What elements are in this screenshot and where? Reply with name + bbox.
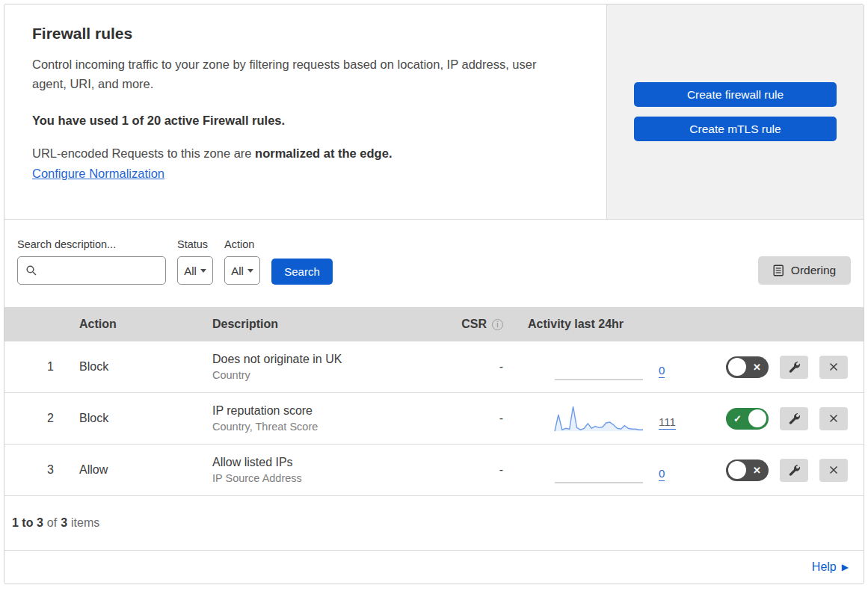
rule-description: Does not originate in UK [212, 353, 449, 366]
help-link[interactable]: Help ▶ [812, 560, 849, 574]
rule-row: 1 Block Does not originate in UK Country… [4, 341, 864, 393]
rule-csr-value: - [449, 463, 509, 477]
status-filter-dropdown[interactable]: All [177, 256, 213, 285]
wrench-icon [788, 361, 801, 374]
actions-panel: Create firewall rule Create mTLS rule [606, 4, 864, 219]
wrench-icon [788, 412, 801, 425]
delete-rule-button[interactable] [819, 407, 848, 430]
filter-bar: Search description... Status All Action … [4, 220, 864, 307]
rule-action: Block [72, 360, 212, 374]
rule-enabled-toggle[interactable]: ✕ [726, 460, 769, 481]
column-header-activity: Activity last 24hr [509, 318, 700, 331]
page-title: Firewall rules [32, 25, 569, 43]
edit-rule-button[interactable] [780, 407, 808, 430]
rule-csr-value: - [449, 412, 509, 425]
activity-count-link[interactable]: 0 [659, 364, 665, 378]
action-filter-dropdown[interactable]: All [224, 256, 260, 285]
column-header-description: Description [212, 318, 449, 331]
rule-priority: 2 [4, 412, 72, 425]
rule-enabled-toggle[interactable]: ✕ [726, 356, 769, 378]
wrench-icon [788, 464, 801, 477]
status-filter-value: All [184, 264, 197, 277]
status-filter-label: Status [177, 238, 213, 250]
close-icon [828, 361, 840, 373]
activity-sparkline [553, 456, 644, 484]
rule-match-fields: IP Source Address [212, 472, 449, 484]
toggle-state-icon: ✓ [733, 414, 742, 424]
items-range: 1 to 3 [12, 516, 43, 530]
delete-rule-button[interactable] [819, 356, 848, 379]
ordering-button-label: Ordering [791, 264, 836, 277]
rule-action: Allow [72, 463, 212, 477]
toggle-knob [728, 461, 746, 479]
rule-priority: 1 [4, 360, 72, 374]
search-input-box [17, 256, 166, 285]
rule-description: Allow listed IPs [212, 456, 449, 469]
search-label: Search description... [17, 238, 166, 250]
rules-table-header: Action Description CSR i Activity last 2… [4, 307, 864, 341]
rule-priority: 3 [4, 463, 72, 477]
rule-enabled-toggle[interactable]: ✓ [726, 408, 769, 430]
rule-action: Block [72, 412, 212, 425]
edit-rule-button[interactable] [780, 459, 808, 482]
normalization-note: URL-encoded Requests to this zone are no… [32, 146, 569, 161]
action-filter-value: All [231, 264, 244, 277]
csr-info-icon[interactable]: i [492, 319, 503, 330]
toggle-state-icon: ✕ [753, 362, 761, 372]
toggle-state-icon: ✕ [753, 465, 761, 475]
column-header-csr: CSR [461, 318, 487, 331]
chevron-down-icon [200, 269, 206, 273]
items-total: 3 [61, 516, 67, 530]
delete-rule-button[interactable] [819, 459, 848, 482]
chevron-down-icon [247, 269, 253, 273]
search-description-input[interactable] [43, 264, 158, 277]
activity-count-link[interactable]: 0 [659, 467, 665, 481]
toggle-knob [728, 358, 746, 376]
toggle-knob [748, 409, 766, 427]
activity-count-link[interactable]: 111 [659, 415, 676, 430]
rule-csr-value: - [449, 360, 509, 374]
help-footer: Help ▶ [4, 551, 864, 584]
activity-sparkline [553, 353, 644, 381]
page-description: Control incoming traffic to your zone by… [32, 55, 564, 93]
firewall-rules-card: Firewall rules Control incoming traffic … [4, 4, 864, 584]
rule-row: 3 Allow Allow listed IPs IP Source Addre… [4, 445, 864, 496]
ordering-button[interactable]: Ordering [758, 256, 851, 285]
close-icon [828, 464, 840, 476]
pagination-summary: 1 to 3 of 3 items [4, 496, 864, 551]
activity-sparkline [553, 404, 644, 433]
column-header-action: Action [72, 318, 212, 331]
header-section: Firewall rules Control incoming traffic … [4, 4, 864, 220]
rule-match-fields: Country [212, 369, 449, 381]
help-arrow-icon: ▶ [842, 562, 849, 572]
header-content: Firewall rules Control incoming traffic … [4, 4, 606, 219]
rule-match-fields: Country, Threat Score [212, 421, 449, 433]
configure-normalization-link[interactable]: Configure Normalization [32, 167, 164, 181]
rules-table-body: 1 Block Does not originate in UK Country… [4, 341, 864, 496]
search-icon [25, 264, 37, 276]
ordering-list-icon [773, 264, 784, 276]
create-firewall-rule-button[interactable]: Create firewall rule [634, 82, 837, 107]
edit-rule-button[interactable] [780, 356, 808, 379]
close-icon [828, 412, 840, 424]
search-button[interactable]: Search [271, 259, 333, 285]
rule-description: IP reputation score [212, 404, 449, 418]
action-filter-label: Action [224, 238, 260, 250]
usage-note: You have used 1 of 20 active Firewall ru… [32, 114, 569, 128]
create-mtls-rule-button[interactable]: Create mTLS rule [634, 117, 837, 141]
rule-row: 2 Block IP reputation score Country, Thr… [4, 393, 864, 445]
